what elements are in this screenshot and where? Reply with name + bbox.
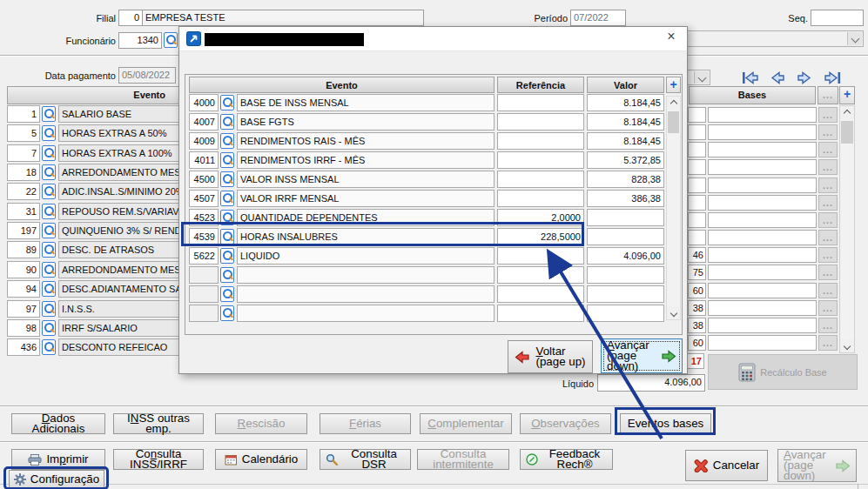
event-valor[interactable]	[587, 209, 664, 226]
event-name[interactable]: DESCONTO REFEICAO	[58, 338, 180, 356]
event-code[interactable]	[189, 285, 219, 303]
configuracao-button[interactable]: Configuração	[9, 470, 104, 488]
event-code[interactable]: 89	[7, 241, 40, 258]
base-ellipsis-button[interactable]: ...	[818, 124, 838, 140]
event-valor[interactable]	[587, 285, 664, 303]
event-name[interactable]: QUANTIDADE DEPENDENTES	[237, 209, 495, 226]
event-name[interactable]: IRRF S/SALARIO	[58, 319, 180, 337]
search-icon[interactable]	[42, 184, 56, 199]
base-field[interactable]	[708, 178, 817, 193]
event-valor[interactable]: 386,38	[587, 190, 664, 207]
base-field[interactable]	[708, 195, 817, 211]
avancar-button[interactable]: Avançar(page down)	[601, 338, 683, 373]
calendario-button[interactable]: Calendário	[215, 449, 307, 470]
event-valor[interactable]	[587, 305, 664, 322]
consulta-dsr-button[interactable]: Consulta DSR	[320, 449, 411, 470]
search-icon[interactable]	[42, 145, 56, 161]
search-icon[interactable]	[220, 95, 234, 111]
base-ellipsis-button[interactable]: ...	[818, 107, 838, 123]
base-ellipsis-button[interactable]: ...	[818, 247, 838, 263]
event-code[interactable]: 90	[7, 261, 40, 278]
event-referencia[interactable]	[497, 305, 584, 322]
search-icon[interactable]	[42, 223, 56, 238]
event-referencia[interactable]: 228,5000	[497, 228, 584, 245]
filial-name-field[interactable]: EMPRESA TESTE	[142, 10, 424, 26]
search-icon[interactable]	[42, 106, 56, 122]
cancelar-button[interactable]: Cancelar	[685, 450, 768, 481]
search-icon[interactable]	[42, 125, 56, 141]
search-icon[interactable]	[220, 171, 234, 187]
base-field[interactable]	[708, 107, 817, 123]
search-icon[interactable]	[42, 320, 56, 336]
base-field[interactable]	[708, 124, 817, 140]
event-name[interactable]: ADIC.INSAL.S/MINIMO 20%	[58, 183, 180, 200]
event-referencia[interactable]	[497, 132, 584, 150]
search-icon[interactable]	[220, 210, 234, 225]
event-name[interactable]: BASE DE INSS MENSAL	[237, 94, 495, 111]
event-name[interactable]: I.N.S.S.	[58, 300, 180, 318]
event-valor[interactable]: 8.184,45	[587, 132, 664, 150]
event-valor[interactable]: 5.372,85	[587, 151, 664, 169]
base-field[interactable]	[708, 335, 817, 351]
base-field[interactable]	[708, 300, 817, 316]
event-name[interactable]: HORAS INSALUBRES	[237, 228, 495, 245]
event-referencia[interactable]	[497, 113, 584, 131]
base-field[interactable]	[708, 283, 817, 298]
search-icon[interactable]	[42, 242, 56, 258]
base-ellipsis-button[interactable]: ...	[818, 300, 838, 316]
dialog-scrollbar[interactable]	[666, 96, 681, 320]
event-referencia[interactable]	[497, 247, 584, 265]
search-icon[interactable]	[220, 305, 234, 321]
search-icon[interactable]	[220, 267, 234, 283]
base-ellipsis-button[interactable]: ...	[818, 335, 838, 351]
base-field[interactable]	[708, 212, 817, 228]
base-ellipsis-button[interactable]: ...	[818, 178, 838, 193]
seq-field[interactable]	[811, 10, 864, 26]
close-icon[interactable]: ×	[663, 29, 680, 44]
event-referencia[interactable]: 2,0000	[497, 209, 584, 226]
event-code[interactable]: 4500	[189, 171, 219, 188]
event-code[interactable]: 97	[7, 300, 40, 318]
event-valor[interactable]: 8.184,45	[587, 113, 664, 131]
event-name[interactable]: ARREDONDAMENTO MES AN	[58, 261, 180, 278]
base-ellipsis-button[interactable]: ...	[818, 265, 838, 280]
tab-eventos-bases[interactable]: Eventos bases	[620, 413, 711, 434]
event-code[interactable]: 4507	[189, 190, 219, 207]
search-icon[interactable]	[220, 114, 234, 130]
event-code[interactable]: 22	[7, 183, 40, 200]
search-icon[interactable]	[42, 164, 56, 180]
event-name[interactable]: VALOR IRRF MENSAL	[237, 190, 495, 207]
event-code[interactable]: 1	[7, 105, 40, 123]
event-code[interactable]: 4007	[189, 113, 219, 131]
dialog-titlebar[interactable]: ×	[179, 27, 687, 51]
base-ellipsis-button[interactable]: ...	[818, 283, 838, 298]
base-ellipsis-button[interactable]: ...	[818, 230, 838, 245]
search-icon[interactable]	[220, 191, 234, 206]
event-name[interactable]: REPOUSO REM.S/VARIAVEIS	[58, 203, 180, 220]
event-referencia[interactable]	[497, 171, 584, 188]
scroll-down-icon[interactable]	[840, 339, 854, 352]
event-name[interactable]: BASE FGTS	[237, 113, 495, 131]
scrollbar-thumb[interactable]	[841, 121, 853, 144]
event-name[interactable]: VALOR INSS MENSAL	[237, 171, 495, 188]
funcionario-field[interactable]: 1340	[118, 32, 162, 49]
bases-scrollbar[interactable]	[839, 105, 855, 353]
tab-inss-outras-emp[interactable]: INSS outras emp.	[113, 413, 204, 434]
event-name[interactable]: HORAS EXTRAS A 50%	[58, 124, 180, 142]
consulta-inss-irrf-button[interactable]: Consulta INSS/IRRF	[113, 449, 204, 470]
event-code[interactable]	[189, 266, 219, 284]
base-field[interactable]	[708, 247, 817, 263]
event-code[interactable]: 436	[7, 338, 40, 356]
nav-prev-icon[interactable]	[769, 70, 786, 85]
event-name[interactable]	[237, 305, 495, 322]
nav-next-icon[interactable]	[796, 70, 813, 85]
event-name[interactable]	[237, 285, 495, 303]
event-name[interactable]: QUINQUENIO 3% S/ RENDI	[58, 222, 180, 239]
search-icon[interactable]	[164, 32, 178, 48]
chevron-down-icon[interactable]	[694, 71, 709, 84]
base-field[interactable]	[708, 142, 817, 157]
event-name[interactable]: SALARIO BASE	[58, 105, 180, 123]
base-ellipsis-button[interactable]: ...	[818, 195, 838, 211]
base-ellipsis-button[interactable]: ...	[818, 142, 838, 157]
event-valor[interactable]	[587, 266, 664, 284]
